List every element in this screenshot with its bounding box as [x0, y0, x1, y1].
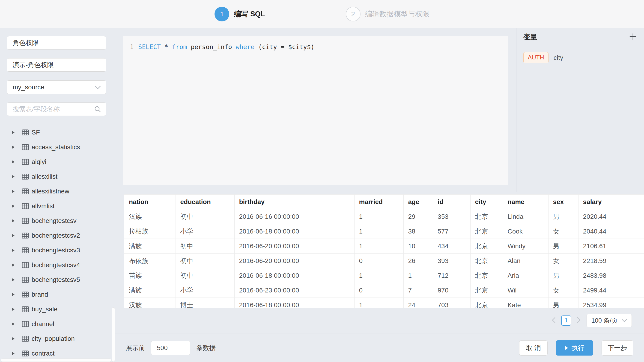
play-icon [565, 346, 568, 350]
add-variable-button[interactable] [629, 32, 637, 42]
next-page-button[interactable] [577, 317, 581, 324]
step1-label: 编写 SQL [234, 9, 265, 19]
tree-item-bochengtestcsv[interactable]: bochengtestcsv [0, 213, 115, 228]
result-table-container: nation education birthday married age id… [124, 194, 644, 308]
cell: 1 [354, 239, 404, 254]
chevron-left-icon [552, 317, 556, 324]
prev-page-button[interactable] [552, 317, 556, 324]
caret-right-icon[interactable] [12, 322, 14, 326]
tree-item-allvmlist[interactable]: allvmlist [0, 199, 115, 213]
cell: 男 [548, 268, 578, 283]
cell: 7 [404, 283, 433, 298]
cell: 初中 [176, 209, 234, 224]
table-grid-icon [22, 233, 29, 239]
caret-right-icon[interactable] [12, 175, 14, 178]
table-grid-icon [22, 247, 29, 253]
line-number: 1 [130, 42, 134, 52]
search-input[interactable] [7, 102, 106, 116]
tree-item-sf[interactable]: SF [0, 125, 115, 140]
variable-row: AUTH city [516, 46, 644, 63]
table-grid-icon [22, 351, 29, 357]
step1-circle: 1 [214, 7, 229, 21]
tree-item-access-statistics[interactable]: access_statistics [0, 140, 115, 155]
cancel-button[interactable]: 取 消 [519, 340, 548, 356]
table-grid-icon [22, 336, 29, 342]
tree-item-bochengtestcsv4[interactable]: bochengtestcsv4 [0, 258, 115, 272]
row-limit-input[interactable] [151, 341, 190, 355]
datasource-select[interactable]: my_source [7, 80, 106, 94]
cell: 初中 [176, 268, 234, 283]
variable-name: city [554, 54, 563, 61]
variables-panel: 变量 AUTH city [516, 28, 644, 192]
cell: 2016-06-20 00:00:00 [234, 254, 354, 268]
sidebar-horizontal-scrollbar[interactable] [1, 359, 111, 362]
table-row: 汉族 初中 2016-06-16 00:00:00 1 29 353 北京 Li… [124, 209, 644, 224]
current-page[interactable]: 1 [561, 316, 571, 326]
caret-right-icon[interactable] [12, 337, 14, 340]
tree-item-city-population[interactable]: city_population [0, 331, 115, 346]
permission-name-field[interactable] [7, 58, 106, 72]
cell: Wil [503, 283, 548, 298]
caret-right-icon[interactable] [12, 249, 14, 252]
limit-suffix-label: 条数据 [196, 344, 216, 352]
sidebar-vertical-scrollbar[interactable] [112, 307, 115, 362]
tree-item-label: city_population [32, 335, 75, 343]
tree-item-bochengtestcsv2[interactable]: bochengtestcsv2 [0, 228, 115, 243]
run-button[interactable]: 执行 [556, 340, 593, 356]
tree-item-label: aiqiyi [32, 158, 46, 166]
cell: 女 [548, 224, 578, 239]
tree-item-aiqiyi[interactable]: aiqiyi [0, 155, 115, 169]
caret-right-icon[interactable] [12, 204, 14, 208]
caret-right-icon[interactable] [12, 131, 14, 134]
cell: 北京 [470, 268, 503, 283]
caret-right-icon[interactable] [12, 308, 14, 311]
footer-bar: 展示前 条数据 取 消 执行 下一步 [115, 333, 644, 362]
cell: 2016-06-20 00:00:00 [234, 239, 354, 254]
tree-item-buy-sale[interactable]: buy_sale [0, 302, 115, 317]
caret-right-icon[interactable] [12, 352, 14, 355]
caret-right-icon[interactable] [12, 278, 14, 281]
column-header: nation [124, 194, 176, 209]
cell: 博士 [176, 298, 234, 308]
table-grid-icon [22, 159, 29, 165]
caret-right-icon[interactable] [12, 190, 14, 193]
tree-item-label: channel [32, 320, 54, 328]
result-table: nation education birthday married age id… [124, 194, 644, 308]
variables-title: 变量 [523, 32, 629, 42]
tree-item-label: brand [32, 291, 48, 298]
step-write-sql: 1 编写 SQL [214, 7, 265, 21]
pagination: 1 100 条/页 [115, 308, 644, 333]
tree-item-bochengtestcsv5[interactable]: bochengtestcsv5 [0, 272, 115, 287]
caret-right-icon[interactable] [12, 219, 14, 222]
tree-item-allesxilistnew[interactable]: allesxilistnew [0, 184, 115, 199]
tree-item-brand[interactable]: brand [0, 287, 115, 302]
cell: 393 [433, 254, 470, 268]
role-name-field[interactable] [7, 36, 106, 49]
cell: 北京 [470, 254, 503, 268]
tree-item-label: contract [32, 350, 55, 357]
plus-icon [629, 32, 637, 42]
cell: 满族 [124, 239, 176, 254]
tree-item-label: bochengtestcsv4 [32, 261, 80, 269]
page-size-select[interactable]: 100 条/页 [586, 314, 632, 327]
tree-item-channel[interactable]: channel [0, 317, 115, 331]
caret-right-icon[interactable] [12, 160, 14, 164]
column-header: education [176, 194, 234, 209]
caret-right-icon[interactable] [12, 234, 14, 237]
tree-item-label: allesxilistnew [32, 188, 69, 195]
sql-editor[interactable]: 1 SELECT * from person_info where (city … [123, 36, 508, 185]
next-step-button[interactable]: 下一步 [602, 340, 633, 356]
chevron-right-icon [577, 317, 581, 324]
cell: 拉枯族 [124, 224, 176, 239]
sql-editor-zone: 1 SELECT * from person_info where (city … [115, 28, 516, 192]
caret-right-icon[interactable] [12, 146, 14, 149]
tree-item-allesxilist[interactable]: allesxilist [0, 169, 115, 184]
cell: Windy [503, 239, 548, 254]
cell: 女 [548, 254, 578, 268]
caret-right-icon[interactable] [12, 263, 14, 267]
cell: 初中 [176, 239, 234, 254]
caret-right-icon[interactable] [12, 293, 14, 296]
tree-item-bochengtestcsv3[interactable]: bochengtestcsv3 [0, 243, 115, 258]
table-grid-icon [22, 218, 29, 224]
table-grid-icon [22, 277, 29, 283]
